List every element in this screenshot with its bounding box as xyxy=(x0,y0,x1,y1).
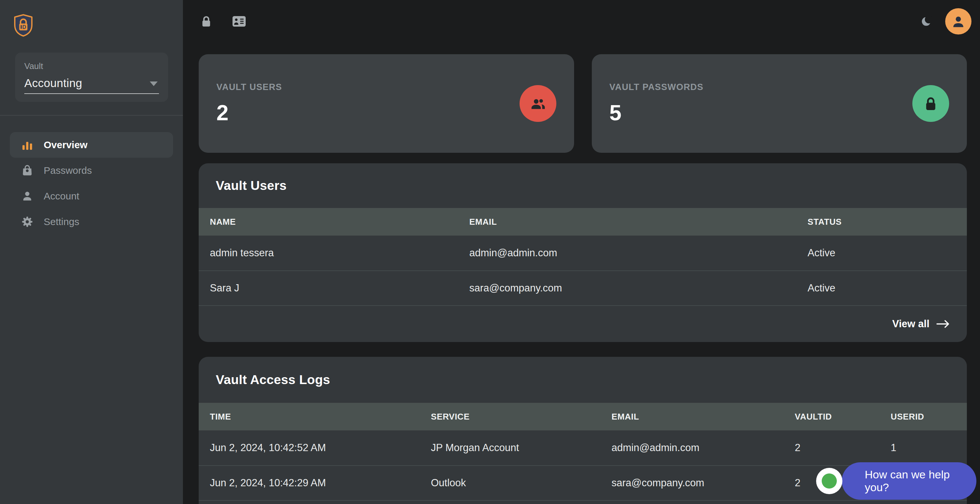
chat-widget[interactable]: How can we help you? xyxy=(842,462,977,500)
topbar xyxy=(183,0,980,43)
vault-users-card: Vault Users NAME EMAIL STATUS admin tess… xyxy=(199,163,967,342)
sidebar-item-settings[interactable]: Settings xyxy=(10,209,173,234)
stat-icon-circle xyxy=(912,85,949,122)
online-status-badge xyxy=(816,468,842,494)
stats-row: VAULT USERS 2 VAULT PASSWORDS 5 xyxy=(199,54,967,153)
chat-message: How can we help you? xyxy=(865,468,977,494)
table-row: Sara J sara@company.com Active xyxy=(199,270,967,305)
vault-select-underline xyxy=(24,93,159,94)
user-avatar[interactable] xyxy=(945,8,972,35)
sidebar-item-overview[interactable]: Overview xyxy=(10,132,173,158)
vault-select-label: Vault xyxy=(24,61,159,71)
sidebar-divider xyxy=(0,115,183,116)
table-row: Jun 2, 2024, 10:42:52 AM JP Morgan Accou… xyxy=(199,431,967,465)
sidebar-item-label: Passwords xyxy=(44,165,92,176)
column-header: SERVICE xyxy=(420,411,600,422)
card-title: Vault Users xyxy=(216,179,287,193)
content: VAULT USERS 2 VAULT PASSWORDS 5 xyxy=(183,43,980,504)
stat-value: 2 xyxy=(216,100,282,125)
people-icon xyxy=(529,95,547,112)
stat-value: 5 xyxy=(609,100,704,125)
card-title-row: Vault Users xyxy=(199,163,967,208)
cell-status: Active xyxy=(796,247,967,259)
cell-email: sara@company.com xyxy=(458,282,796,294)
table-header-row: TIME SERVICE EMAIL VAULTID USERID xyxy=(199,403,967,431)
stat-card-vault-passwords: VAULT PASSWORDS 5 xyxy=(592,54,967,153)
contact-card-button[interactable] xyxy=(232,16,246,27)
column-header: STATUS xyxy=(796,217,967,227)
table-header-row: NAME EMAIL STATUS xyxy=(199,208,967,236)
bag-lock-icon xyxy=(21,164,34,177)
sidebar-item-passwords[interactable]: Passwords xyxy=(10,158,173,183)
app-logo: D xyxy=(13,14,33,37)
column-header: EMAIL xyxy=(458,217,796,227)
sidebar-nav: Overview Passwords Account xyxy=(0,132,183,234)
gear-icon xyxy=(21,215,34,228)
column-header: VAULTID xyxy=(784,411,880,422)
moon-icon xyxy=(921,16,933,27)
view-all-link[interactable]: View all xyxy=(892,318,950,330)
cell-name: Sara J xyxy=(199,282,458,294)
person-icon xyxy=(21,190,34,203)
svg-text:D: D xyxy=(22,24,26,30)
person-icon xyxy=(950,13,966,29)
cell-status: Active xyxy=(796,282,967,294)
table-footer: View all xyxy=(199,305,967,342)
sidebar: D Vault Accounting Overview xyxy=(0,0,183,504)
cell-service: JP Morgan Account xyxy=(420,442,600,454)
card-title-row: Vault Access Logs xyxy=(199,357,967,403)
column-header: EMAIL xyxy=(600,411,784,422)
column-header: USERID xyxy=(880,411,967,422)
stat-label: VAULT PASSWORDS xyxy=(609,82,704,93)
cell-name: admin tessera xyxy=(199,247,458,259)
cell-email: admin@admin.com xyxy=(600,442,784,454)
shield-lock-logo-icon: D xyxy=(13,14,33,37)
cell-service: Outlook xyxy=(420,477,600,489)
table-row-partial xyxy=(199,500,967,504)
sidebar-item-label: Overview xyxy=(44,139,88,150)
stat-card-vault-users: VAULT USERS 2 xyxy=(199,54,574,153)
stat-label: VAULT USERS xyxy=(216,82,282,93)
cell-time: Jun 2, 2024, 10:42:52 AM xyxy=(199,442,420,454)
arrow-right-icon xyxy=(936,320,950,328)
vault-select-value: Accounting xyxy=(24,77,159,90)
cell-email: admin@admin.com xyxy=(458,247,796,259)
chevron-down-icon xyxy=(150,81,158,86)
lock-icon xyxy=(923,95,939,112)
online-status-dot xyxy=(822,474,837,488)
column-header: NAME xyxy=(199,217,458,227)
cell-time: Jun 2, 2024, 10:42:29 AM xyxy=(199,477,420,489)
sidebar-item-label: Settings xyxy=(44,216,79,227)
view-all-label: View all xyxy=(892,318,929,330)
cell-vaultid: 2 xyxy=(784,442,880,454)
bar-chart-icon xyxy=(21,138,34,152)
sidebar-item-label: Account xyxy=(44,191,79,202)
table-row: admin tessera admin@admin.com Active xyxy=(199,236,967,270)
lock-button[interactable] xyxy=(200,15,212,28)
sidebar-item-account[interactable]: Account xyxy=(10,183,173,209)
card-title: Vault Access Logs xyxy=(216,373,330,387)
column-header: TIME xyxy=(199,411,420,422)
main-area: VAULT USERS 2 VAULT PASSWORDS 5 xyxy=(183,0,980,504)
cell-email: sara@company.com xyxy=(600,477,784,489)
cell-userid: 1 xyxy=(880,442,967,454)
contact-card-icon xyxy=(232,16,246,27)
lock-icon xyxy=(200,15,212,28)
vault-select[interactable]: Vault Accounting xyxy=(15,53,168,102)
dark-mode-toggle[interactable] xyxy=(921,16,933,27)
stat-icon-circle xyxy=(520,85,556,122)
